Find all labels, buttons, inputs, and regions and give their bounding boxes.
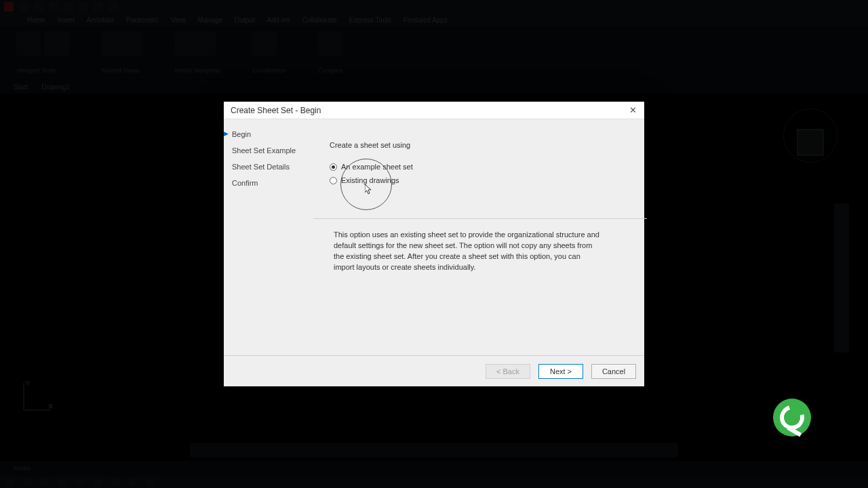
wizard-steps: Begin Sheet Set Example Sheet Set Detail… bbox=[224, 119, 324, 355]
watermark-logo-icon bbox=[773, 399, 811, 436]
radio-icon[interactable] bbox=[330, 163, 337, 171]
dialog-button-bar: < Back Next > Cancel bbox=[224, 355, 644, 386]
step-confirm[interactable]: Confirm bbox=[231, 178, 321, 188]
button-label: Cancel bbox=[602, 367, 625, 375]
prompt-text: Create a sheet set using bbox=[330, 141, 631, 149]
divider bbox=[313, 218, 647, 219]
modal-overlay: Create Sheet Set - Begin ✕ Begin Sheet S… bbox=[0, 0, 868, 488]
step-label: Begin bbox=[232, 130, 251, 138]
dialog-body: Begin Sheet Set Example Sheet Set Detail… bbox=[224, 119, 644, 355]
create-sheet-set-dialog: Create Sheet Set - Begin ✕ Begin Sheet S… bbox=[224, 102, 644, 386]
step-example[interactable]: Sheet Set Example bbox=[231, 145, 321, 156]
cursor-icon bbox=[365, 184, 373, 197]
dialog-main: Create a sheet set using An example shee… bbox=[324, 119, 644, 355]
next-button[interactable]: Next > bbox=[538, 364, 583, 379]
radio-label: Existing drawings bbox=[341, 176, 399, 184]
step-label: Sheet Set Details bbox=[232, 163, 290, 171]
button-label: Next > bbox=[550, 367, 572, 375]
step-begin[interactable]: Begin bbox=[231, 129, 321, 140]
button-label: < Back bbox=[496, 367, 519, 375]
dialog-titlebar: Create Sheet Set - Begin ✕ bbox=[224, 102, 644, 119]
step-label: Confirm bbox=[232, 179, 258, 187]
close-icon: ✕ bbox=[629, 105, 637, 115]
option-description: This option uses an existing sheet set t… bbox=[330, 230, 631, 273]
radio-group: An example sheet set Existing drawings bbox=[330, 163, 631, 184]
radio-label: An example sheet set bbox=[341, 163, 413, 171]
step-label: Sheet Set Example bbox=[232, 146, 296, 155]
radio-option-existing[interactable]: Existing drawings bbox=[330, 176, 631, 184]
back-button: < Back bbox=[486, 364, 530, 379]
radio-option-example[interactable]: An example sheet set bbox=[330, 163, 631, 171]
radio-icon[interactable] bbox=[330, 177, 337, 184]
close-button[interactable]: ✕ bbox=[627, 104, 639, 117]
dialog-title: Create Sheet Set - Begin bbox=[231, 106, 321, 115]
step-details[interactable]: Sheet Set Details bbox=[231, 161, 321, 172]
cancel-button[interactable]: Cancel bbox=[591, 364, 636, 379]
